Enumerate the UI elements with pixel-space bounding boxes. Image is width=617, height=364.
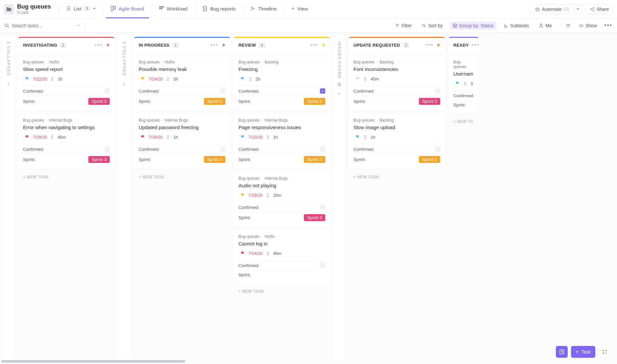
task-card[interactable]: Bug queues›BacklogFreezing2hConfirmed:✓S… bbox=[234, 56, 330, 111]
subtasks-button[interactable]: Subtasks bbox=[501, 22, 532, 30]
folder-icon[interactable] bbox=[4, 4, 14, 14]
sprint-tag: Sprint 3 bbox=[88, 98, 110, 105]
confirmed-checkbox[interactable]: ✓ bbox=[320, 88, 325, 94]
sprint-label: Sprint: bbox=[239, 272, 251, 277]
tab-timeline[interactable]: Timeline bbox=[246, 0, 281, 18]
time-estimate: 1h bbox=[371, 135, 375, 140]
collapsed-group[interactable]: 2 COLLAPSED bbox=[118, 37, 130, 360]
column-more-menu[interactable]: ••• bbox=[211, 42, 219, 49]
new-task-button[interactable]: + NEW TASK bbox=[234, 286, 330, 296]
sprint-label: Sprint: bbox=[239, 157, 251, 162]
task-card[interactable]: Bug queuesUsernam3Confirmed:Sprint: bbox=[449, 56, 478, 113]
flag-icon bbox=[240, 193, 245, 198]
sprint-tag: Sprint 2 bbox=[204, 98, 225, 105]
issues-found-collapsed[interactable]: ISSUES FOUND 0 bbox=[334, 37, 345, 360]
confirmed-checkbox[interactable] bbox=[220, 88, 225, 94]
task-card[interactable]: Bug queues›BacklogSlow image upload1hCon… bbox=[349, 114, 445, 169]
kanban-board[interactable]: 2 COLLAPSED INVESTIGATING 2 ••• + Bug qu… bbox=[0, 33, 617, 364]
task-card[interactable]: Bug queues›Internal BugsError when navig… bbox=[18, 114, 114, 169]
confirmed-label: Confirmed: bbox=[23, 89, 44, 94]
sprint-label: Sprint: bbox=[139, 99, 151, 104]
svg-point-14 bbox=[506, 25, 507, 26]
column-updatereq: UPDATE REQUESTED 2 ••• + Bug queues›Back… bbox=[349, 37, 445, 360]
svg-rect-5 bbox=[159, 8, 161, 9]
quick-create-button[interactable] bbox=[556, 346, 568, 358]
column-more-menu[interactable]: ••• bbox=[310, 42, 319, 49]
new-task-fab-label: Task bbox=[581, 349, 591, 354]
automate-button[interactable]: Automate (0) bbox=[531, 4, 573, 14]
new-task-button[interactable]: + NEW TASK bbox=[18, 172, 114, 182]
hourglass-icon bbox=[266, 193, 270, 197]
breadcrumb: Bug queues›Hotfix bbox=[139, 60, 225, 64]
expand-icon[interactable] bbox=[123, 83, 126, 86]
column-header: REVIEW 4 ••• + bbox=[234, 37, 330, 53]
column-more-menu[interactable]: ••• bbox=[471, 42, 478, 49]
column-add-button[interactable]: + bbox=[106, 42, 110, 49]
new-task-button[interactable]: + NEW TASK bbox=[349, 172, 445, 182]
tab-list[interactable]: List 3 bbox=[61, 0, 101, 18]
horizontal-scrollbar[interactable] bbox=[1, 360, 185, 363]
column-title: REVIEW bbox=[239, 43, 256, 48]
tab-workload[interactable]: Workload bbox=[154, 0, 192, 18]
subtasks-icon bbox=[504, 23, 508, 28]
confirmed-label: Confirmed: bbox=[354, 89, 375, 94]
confirmed-checkbox[interactable] bbox=[435, 147, 440, 152]
confirmed-checkbox[interactable] bbox=[320, 147, 325, 152]
confirmed-checkbox[interactable] bbox=[320, 263, 325, 268]
confirmed-checkbox[interactable] bbox=[435, 88, 440, 94]
add-view-button[interactable]: + View bbox=[287, 0, 312, 18]
share-button[interactable]: Share bbox=[586, 4, 613, 14]
filter-button[interactable]: Filter bbox=[392, 22, 414, 30]
due-date: 7/24/20 bbox=[149, 77, 163, 81]
apps-button[interactable] bbox=[599, 346, 611, 358]
sprint-label: Sprint: bbox=[239, 99, 251, 104]
hourglass-icon bbox=[166, 77, 170, 81]
confirmed-checkbox[interactable] bbox=[220, 147, 225, 152]
expand-icon[interactable] bbox=[7, 83, 10, 86]
chevron-down-icon bbox=[576, 8, 580, 11]
task-card[interactable]: Bug queues›HotfixSlow speed report7/22/2… bbox=[18, 56, 114, 111]
task-card[interactable]: Bug queues›BacklogFont inconsistencies45… bbox=[349, 56, 445, 111]
task-card[interactable]: Bug queues›HotfixPossible memory leak7/2… bbox=[134, 56, 230, 111]
svg-rect-4 bbox=[163, 6, 164, 8]
me-button[interactable]: Me bbox=[536, 22, 554, 30]
search-input-wrapper[interactable] bbox=[5, 23, 80, 28]
column-count: 2 bbox=[403, 43, 410, 48]
column-add-button[interactable]: + bbox=[222, 42, 225, 49]
svg-point-15 bbox=[506, 27, 507, 28]
svg-point-24 bbox=[603, 353, 604, 354]
confirmed-label: Confirmed: bbox=[354, 147, 375, 152]
person-icon bbox=[539, 23, 543, 28]
new-task-button[interactable]: + NEW TASK bbox=[134, 172, 230, 182]
new-task-button[interactable]: + NEW TA bbox=[449, 117, 478, 126]
tab-agile-board[interactable]: Agile Board bbox=[106, 0, 149, 18]
show-button[interactable]: Show bbox=[576, 22, 600, 30]
automate-dropdown[interactable] bbox=[573, 4, 583, 14]
task-card[interactable]: Bug queues›Internal BugsPage responsiven… bbox=[234, 114, 330, 169]
task-card[interactable]: Bug queues›Internal BugsAudio not playin… bbox=[234, 172, 330, 227]
task-card[interactable]: Bug queues›HotfixCannot log in7/24/2045m… bbox=[234, 230, 330, 283]
expand-icon[interactable] bbox=[338, 92, 341, 95]
new-task-fab[interactable]: + Task bbox=[571, 346, 595, 358]
sortby-button[interactable]: Sort by bbox=[419, 22, 445, 30]
sprint-tag: Sprint 2 bbox=[304, 98, 325, 105]
search-input[interactable] bbox=[12, 23, 74, 28]
column-more-menu[interactable]: ••• bbox=[95, 42, 103, 49]
tab-bug-reports[interactable]: Bug reports bbox=[198, 0, 240, 18]
column-add-button[interactable]: + bbox=[322, 42, 325, 49]
column-more-menu[interactable]: ••• bbox=[425, 42, 434, 49]
confirmed-checkbox[interactable] bbox=[104, 147, 110, 152]
sort-icon bbox=[422, 23, 426, 28]
chevron-down-icon[interactable] bbox=[76, 24, 80, 28]
groupby-button[interactable]: Group by: Status bbox=[450, 22, 496, 30]
more-menu[interactable]: ••• bbox=[604, 22, 612, 29]
confirmed-checkbox[interactable] bbox=[320, 205, 325, 210]
column-body: Bug queuesUsernam3Confirmed:Sprint: bbox=[449, 53, 478, 117]
task-card[interactable]: Bug queues›Internal BugsUpdated password… bbox=[134, 114, 230, 169]
time-estimate: 45m bbox=[371, 77, 379, 81]
collapsed-group[interactable]: 2 COLLAPSED bbox=[3, 37, 14, 360]
me-label: Me bbox=[545, 23, 552, 28]
confirmed-checkbox[interactable] bbox=[104, 88, 110, 94]
column-add-button[interactable]: + bbox=[437, 42, 440, 49]
assignees-button[interactable] bbox=[565, 22, 572, 29]
